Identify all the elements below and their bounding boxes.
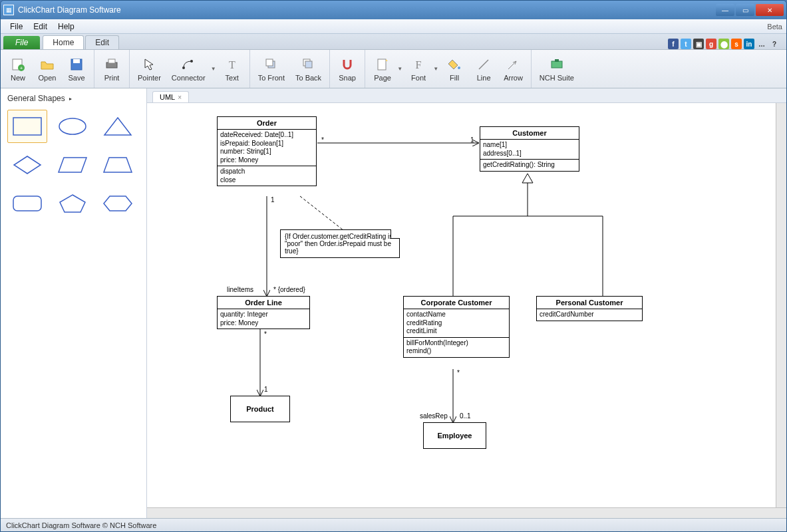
horizontal-scrollbar[interactable] [147,507,786,518]
chevron-right-icon: ▸ [69,96,72,102]
svg-rect-11 [266,59,273,66]
save-button[interactable]: Save [62,52,91,86]
file-tab[interactable]: File [3,36,40,49]
shape-trapezoid[interactable] [98,148,138,182]
nchsuite-button[interactable]: NCH Suite [534,52,579,86]
misc-icon[interactable]: ⬤ [718,39,729,49]
line-icon [476,57,492,72]
close-button[interactable]: ✕ [756,4,784,16]
maximize-button[interactable]: ▭ [736,4,754,16]
svg-rect-23 [13,196,41,211]
page-icon [375,57,391,72]
new-button[interactable]: +New [3,52,33,86]
label-salesrep: salesRep [420,412,448,420]
uml-class-product[interactable]: Product [230,396,290,422]
more-icon[interactable]: … [756,39,767,49]
line-button[interactable]: Line [469,52,498,86]
arrow-icon [505,57,521,72]
tab-uml[interactable]: UML× [152,91,189,102]
fill-button[interactable]: Fill [440,52,469,86]
svg-rect-6 [108,59,115,63]
label-star: * [457,369,460,376]
sidebar-heading[interactable]: General Shapes▸ [5,92,142,104]
linkedin-icon[interactable]: in [744,39,754,49]
snap-button[interactable]: Snap [333,52,362,86]
menu-edit[interactable]: Edit [28,21,53,33]
app-icon: ▦ [3,5,14,15]
menubar: File Edit Help Beta [1,19,786,34]
text-icon: T [224,57,240,72]
uml-class-personal[interactable]: Personal Customer creditCardNumber [536,296,643,321]
new-icon: + [10,57,26,72]
label-star: * [321,136,324,144]
tofront-button[interactable]: To Front [253,52,290,86]
snap-icon [339,57,355,72]
shape-diamond[interactable] [7,148,47,182]
label-zeroone: 0..1 [460,412,471,420]
google-icon[interactable]: g [706,39,716,49]
page-dropdown[interactable]: ▼ [397,66,404,72]
label-lineitems: lineItems [227,286,253,293]
svg-rect-19 [551,61,562,68]
toolbar: +New Open Save Print Pointer Connector ▼… [1,50,786,88]
shape-hexagon[interactable] [98,187,138,220]
canvas[interactable]: Order dateReceived: Date[0..1] isPrepaid… [147,103,786,507]
uml-class-orderline[interactable]: Order Line quantity: Integer price: Mone… [217,296,310,329]
uml-class-employee[interactable]: Employee [423,422,486,449]
shape-ellipse[interactable] [53,110,92,143]
shape-rounded-rect[interactable] [7,187,47,220]
arrow-button[interactable]: Arrow [498,52,528,86]
pointer-icon [141,57,157,72]
page-button[interactable]: Page [368,52,397,86]
connector-dropdown[interactable]: ▼ [211,66,218,72]
minimize-button[interactable]: — [716,4,734,16]
document-tabs: UML× [147,88,786,103]
uml-note[interactable]: {If Order.customer.getCreditRating is "p… [280,229,400,258]
uml-class-order[interactable]: Order dateReceived: Date[0..1] isPrepaid… [217,116,317,186]
uml-class-customer[interactable]: Customer name[1] address[0..1] getCredit… [480,126,579,172]
order-ops: dispatch close [218,166,316,186]
connector-button[interactable]: Connector [166,52,211,86]
stumble-icon[interactable]: s [731,39,742,49]
beta-label: Beta [767,23,782,31]
connector-icon [180,57,196,72]
status-text: ClickChart Diagram Software © NCH Softwa… [6,521,156,529]
save-icon [69,57,84,72]
help-icon[interactable]: ? [769,39,780,49]
svg-rect-13 [305,61,312,68]
open-icon [39,57,55,72]
pointer-button[interactable]: Pointer [132,52,166,86]
svg-point-8 [190,60,193,63]
menu-help[interactable]: Help [53,21,80,33]
font-dropdown[interactable]: ▼ [433,66,440,72]
svg-line-26 [300,196,347,233]
tab-home[interactable]: Home [43,35,84,49]
twitter-icon[interactable]: t [681,39,691,49]
tofront-icon [263,57,279,72]
label-ordered: * {ordered} [273,286,305,293]
toback-button[interactable]: To Back [290,52,327,86]
shape-triangle[interactable] [98,110,138,143]
order-attrs: dateReceived: Date[0..1] isPrepaid: Bool… [218,130,316,166]
svg-line-17 [479,60,488,69]
svg-point-16 [458,66,460,69]
facebook-icon[interactable]: f [668,39,679,49]
print-icon [104,57,120,72]
print-button[interactable]: Print [97,52,126,86]
open-button[interactable]: Open [33,52,62,86]
text-button[interactable]: TText [218,52,247,86]
shape-rectangle[interactable] [7,110,47,143]
tab-edit[interactable]: Edit [85,35,119,49]
share-icon[interactable]: ▣ [693,39,704,49]
vertical-scrollbar[interactable] [776,103,786,507]
menu-file[interactable]: File [5,21,28,33]
svg-rect-4 [73,59,80,63]
uml-class-corporate[interactable]: Corporate Customer contactName creditRat… [403,296,510,358]
font-button[interactable]: FFont [404,52,433,86]
social-icons: f t ▣ g ⬤ s in … ? [668,39,784,49]
shape-pentagon[interactable] [53,187,92,220]
font-icon: F [410,57,426,72]
close-tab-icon[interactable]: × [178,94,182,101]
svg-point-22 [59,118,86,134]
shape-parallelogram[interactable] [53,148,92,182]
